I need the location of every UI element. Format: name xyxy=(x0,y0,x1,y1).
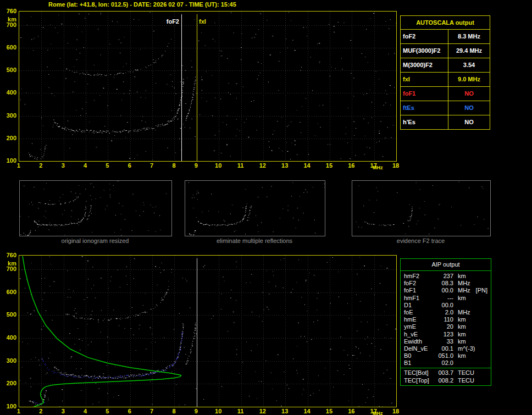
x-tick-label: 15 xyxy=(324,408,335,414)
fxi-marker-label: fxI xyxy=(198,18,207,25)
aip-row-unit: MHz xyxy=(458,309,470,316)
x-tick-label: 4 xyxy=(80,162,91,169)
aip-row-unit: km xyxy=(458,316,466,323)
autoscala-row: fxI9.0 MHz xyxy=(401,73,490,87)
autoscala-row-label: MUF(3000)F2 xyxy=(401,44,448,58)
aip-row-label: hmE xyxy=(404,316,435,323)
autoscala-row: h'EsNO xyxy=(401,115,490,129)
aip-row-value: 123 xyxy=(435,331,453,338)
aip-row-label: foE xyxy=(404,309,435,316)
aip-row-value: 00.0 xyxy=(435,287,453,294)
x-tick-label: 13 xyxy=(279,162,290,169)
thumbnail-canvas-3 xyxy=(352,181,490,236)
autoscala-row-label: fxI xyxy=(401,73,448,86)
aip-separator xyxy=(401,368,491,368)
aip-output-panel: AIP output hmF2237kmfoF208.3MHzfoF100.0M… xyxy=(400,258,491,386)
x-tick-label: 8 xyxy=(168,408,179,414)
y-tick-label: 760 xyxy=(1,252,16,258)
x-tick-label: 6 xyxy=(124,162,135,169)
aip-row-value: 08.3 xyxy=(435,280,453,287)
ionogram-top xyxy=(19,11,397,162)
x-axis-unit: MHz xyxy=(373,165,383,170)
y-axis-unit: km xyxy=(1,16,16,23)
aip-row-unit: km xyxy=(458,352,466,359)
autoscala-row: MUF(3000)F229.4 MHz xyxy=(401,44,490,58)
autoscala-row-value: 3.54 xyxy=(448,58,490,72)
x-tick-label: 5 xyxy=(102,408,113,414)
station-header: Rome (lat: +41.8, lon: 012.5) - DATE: 20… xyxy=(48,1,236,8)
aip-row-value: 237 xyxy=(435,273,453,280)
aip-row: h_vE123km xyxy=(404,331,489,338)
aip-row-unit: TECU xyxy=(458,377,474,384)
aip-row: foE2.0MHz xyxy=(404,309,489,316)
aip-panel-rows: hmF2237kmfoF208.3MHzfoF100.0MHz[PN]hmF1-… xyxy=(401,271,491,384)
aip-row-value: 02.0 xyxy=(435,359,453,367)
aip-row: foF208.3MHz xyxy=(404,280,489,287)
autoscala-row: ftEsNO xyxy=(401,101,490,115)
autoscala-row: foF1NO xyxy=(401,87,490,101)
x-tick-label: 7 xyxy=(146,408,157,414)
autoscala-row-label: M(3000)F2 xyxy=(401,58,448,72)
autoscala-row-value: NO xyxy=(448,115,490,129)
x-tick-label: 9 xyxy=(191,162,202,169)
aip-row-label: B0 xyxy=(404,352,435,359)
y-tick-label: 400 xyxy=(1,334,16,341)
x-tick-label: 10 xyxy=(213,408,224,414)
aip-row: hmF1---km xyxy=(404,295,489,302)
thumbnail-caption-1: original ionogram resized xyxy=(19,237,171,244)
x-tick-label: 11 xyxy=(235,162,246,169)
aip-row: foF100.0MHz[PN] xyxy=(404,287,489,294)
aip-row-label: TEC[Bot] xyxy=(404,369,435,377)
y-tick-label: 300 xyxy=(1,112,16,119)
autoscala-row: M(3000)F23.54 xyxy=(401,58,490,73)
aip-row-label: TEC[Top] xyxy=(404,377,435,384)
x-tick-label: 6 xyxy=(124,408,135,414)
x-tick-label: 3 xyxy=(58,408,69,414)
aip-row-value: 051.0 xyxy=(435,352,453,359)
y-tick-label: 500 xyxy=(1,311,16,318)
aip-row-label: ymE xyxy=(404,323,435,330)
y-tick-label: 200 xyxy=(1,380,16,386)
autoscala-row-label: foF2 xyxy=(401,30,448,43)
autoscala-row-value: NO xyxy=(448,87,490,101)
aip-row-value: 33 xyxy=(435,338,453,345)
aip-row-label: h_vE xyxy=(404,331,435,338)
thumbnail-panel-2 xyxy=(185,180,325,236)
autoscala-screen: Rome (lat: +41.8, lon: 012.5) - DATE: 20… xyxy=(0,0,532,415)
autoscala-output-table: AUTOSCALA output foF28.3 MHzMUF(3000)F22… xyxy=(400,15,490,130)
x-tick-label: 12 xyxy=(257,408,268,414)
y-tick-label: 300 xyxy=(1,357,16,364)
x-tick-label: 1 xyxy=(13,408,24,414)
x-tick-label: 16 xyxy=(346,162,357,169)
fof2-marker-label: foF2 xyxy=(160,18,180,25)
aip-row: ymE20km xyxy=(404,323,489,330)
thumbnail-caption-3: evidence F2 trace xyxy=(352,237,490,244)
aip-row-label: DelN_vE xyxy=(404,345,435,352)
x-tick-label: 14 xyxy=(302,408,313,414)
aip-row-unit: m^(-3) xyxy=(458,345,475,352)
thumbnail-caption-2: eliminate multiple reflections xyxy=(185,237,324,244)
x-tick-label: 15 xyxy=(324,162,335,169)
x-tick-label: 7 xyxy=(146,162,157,169)
autoscala-row-label: h'Es xyxy=(401,115,448,129)
aip-row-extra: [PN] xyxy=(476,287,489,294)
aip-row-value: 2.0 xyxy=(435,309,453,316)
x-tick-label: 11 xyxy=(235,408,246,414)
aip-row-unit: TECU xyxy=(458,369,474,377)
aip-row-label: hmF2 xyxy=(404,273,435,280)
y-axis-unit: km xyxy=(1,260,16,267)
autoscala-row-value: 9.0 MHz xyxy=(448,73,490,86)
ionogram-bottom xyxy=(19,255,397,407)
aip-row-unit: km xyxy=(458,331,466,338)
aip-row-unit: km xyxy=(458,323,466,330)
x-tick-label: 4 xyxy=(80,408,91,414)
x-tick-label: 2 xyxy=(35,408,46,414)
autoscala-row-value: NO xyxy=(448,101,490,115)
aip-row-unit: km xyxy=(458,295,466,302)
aip-row-unit: MHz xyxy=(458,280,470,287)
x-tick-label: 9 xyxy=(191,408,202,414)
autoscala-table-rows: foF28.3 MHzMUF(3000)F229.4 MHzM(3000)F23… xyxy=(401,30,490,129)
aip-row-label: D1 xyxy=(404,302,435,309)
x-tick-label: 13 xyxy=(279,408,290,414)
aip-tec-row: TEC[Bot]003.7TECU xyxy=(404,369,489,377)
